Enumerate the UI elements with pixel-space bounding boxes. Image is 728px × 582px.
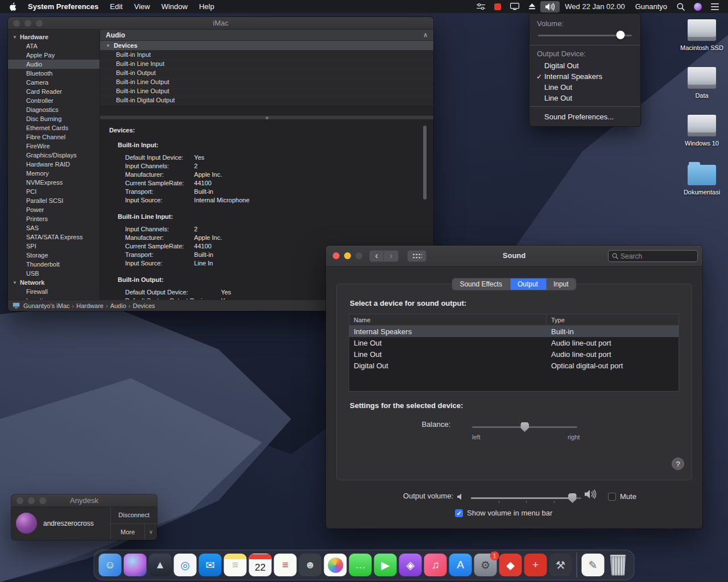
sidebar-item-firewall[interactable]: Firewall [8,287,100,296]
column-header-name[interactable]: Name [349,314,547,325]
sysinfo-titlebar[interactable]: iMac [8,17,433,30]
system-preferences-icon[interactable]: ⚙1 [474,554,497,576]
trash-icon[interactable] [607,554,630,576]
siri-menu-extra[interactable] [689,1,706,13]
volume-device-item-line-out[interactable]: Line Out [530,82,640,93]
more-button[interactable]: More [111,524,144,541]
back-button[interactable]: ‹ [369,250,384,262]
close-button[interactable] [13,20,20,27]
desktop-icon-dokumentasi[interactable]: Dokumentasi [677,163,726,196]
sidebar-item-thunderbolt[interactable]: Thunderbolt [8,260,100,269]
app-red-1-icon[interactable]: ◆ [499,554,522,576]
balance-slider-knob[interactable] [520,422,529,432]
zoom-button[interactable] [39,497,46,504]
app-red-2-icon[interactable]: + [524,554,547,576]
forward-button[interactable]: › [384,250,399,262]
sidebar-item-firewire[interactable]: FireWire [8,142,100,151]
sidebar-item-bluetooth[interactable]: Bluetooth [8,69,100,78]
sidebar-item-parallel-scsi[interactable]: Parallel SCSI [8,196,100,205]
safari-icon[interactable]: ◎ [174,554,197,576]
splitter-handle[interactable] [100,115,433,120]
sidebar-item-usb[interactable]: USB [8,269,100,278]
output-device-row-digital-out[interactable]: Digital OutOptical digital-out port [349,360,679,371]
mail-icon[interactable]: ✉ [199,554,222,576]
desktop-icon-data[interactable]: Data [677,67,726,99]
volume-device-item-digital-out[interactable]: Digital Out [530,60,640,71]
contacts-icon[interactable]: ☻ [299,554,322,576]
appstore-icon[interactable]: A [449,554,472,576]
display-menu-extra[interactable] [506,1,524,13]
show-volume-checkbox[interactable]: ✓ [455,509,463,517]
apple-menu[interactable] [5,2,20,11]
sidebar-item-hardware-raid[interactable]: Hardware RAID [8,160,100,169]
spotlight-menu-extra[interactable] [672,1,689,13]
podcasts-icon[interactable]: ◈ [399,554,422,576]
tab-output[interactable]: Output [510,278,546,290]
volume-device-item-line-out[interactable]: Line Out [530,93,640,103]
textedit-icon[interactable]: ✎ [582,554,605,576]
menu-bar-user[interactable]: Gunantyo [630,2,672,11]
output-device-row-line-out[interactable]: Line OutAudio line-out port [349,348,679,360]
messages-icon[interactable]: … [349,554,372,576]
sidebar-item-storage[interactable]: Storage [8,251,100,260]
notification-center-menu-extra[interactable] [706,1,723,13]
sidebar-item-graphics-displays[interactable]: Graphics/Displays [8,151,100,160]
photos-icon[interactable] [324,554,347,576]
breadcrumb-item-gunantyo-s-imac[interactable]: Gunantyo's iMac [23,302,70,309]
show-all-button[interactable] [407,250,427,262]
devices-tree-root[interactable]: ▼ Devices [100,41,433,51]
reminders-icon[interactable]: ≡ [274,554,297,576]
menu-view[interactable]: View [129,2,156,11]
zoom-button[interactable] [36,20,43,27]
sidebar-item-pci[interactable]: PCI [8,187,100,196]
app-menu[interactable]: System Preferences [22,2,104,11]
breadcrumb-item-audio[interactable]: Audio [110,302,126,309]
sound-toolbar[interactable]: Sound ‹ › [326,246,702,267]
menu-help[interactable]: Help [193,2,220,11]
menu-window[interactable]: Window [156,2,193,11]
sidebar-item-printers[interactable]: Printers [8,214,100,223]
volume-popover-slider-knob[interactable] [617,31,625,39]
desktop-icon-windows-10[interactable]: Windows 10 [677,115,726,147]
search-input[interactable] [621,252,694,260]
eject-menu-extra[interactable] [524,1,540,13]
launchpad-icon[interactable]: ▲ [149,554,172,576]
sidebar-item-card-reader[interactable]: Card Reader [8,87,100,96]
sidebar-item-apple-pay[interactable]: Apple Pay [8,51,100,60]
output-volume-slider[interactable] [471,493,581,503]
chevron-down-icon[interactable]: ∨ [144,524,157,541]
facetime-icon[interactable]: ▶ [374,554,397,576]
sidebar-item-ata[interactable]: ATA [8,41,100,51]
notes-icon[interactable]: ≡ [224,554,247,576]
sidebar-item-controller[interactable]: Controller [8,96,100,105]
sidebar-item-nvmexpress[interactable]: NVMExpress [8,178,100,187]
device-row[interactable]: Built-in Line Input [100,60,433,69]
output-device-row-line-out[interactable]: Line OutAudio line-out port [349,337,679,348]
search-field[interactable] [608,250,698,262]
sidebar-item-spi[interactable]: SPI [8,242,100,251]
sidebar-item-ethernet-cards[interactable]: Ethernet Cards [8,123,100,132]
anydesk-titlebar[interactable]: Anydesk [11,494,157,507]
device-row[interactable]: Built-in Input [100,51,433,60]
help-button[interactable]: ? [672,458,684,470]
menu-edit[interactable]: Edit [104,2,128,11]
red-app-menu-extra[interactable] [490,1,506,13]
volume-device-item-internal-speakers[interactable]: ✓Internal Speakers [530,71,640,82]
scrollbar-thumb[interactable] [423,126,427,199]
balance-slider[interactable] [472,422,577,432]
itunes-icon[interactable]: ♫ [424,554,447,576]
sidebar-section-network[interactable]: ▼Network [8,278,100,287]
breadcrumb-item-devices[interactable]: Devices [133,302,155,309]
sidebar-item-camera[interactable]: Camera [8,78,100,87]
disclosure-open-icon[interactable]: ▼ [106,43,110,48]
sidebar-item-diagnostics[interactable]: Diagnostics [8,105,100,114]
disconnect-button[interactable]: Disconnect [111,507,157,524]
close-button[interactable] [16,497,23,504]
breadcrumb-item-hardware[interactable]: Hardware [76,302,104,309]
sidebar-item-sas[interactable]: SAS [8,223,100,232]
menu-bar-clock[interactable]: Wed 22 Jan 02.00 [560,2,630,11]
minimize-button[interactable] [28,497,35,504]
table-header[interactable]: Name Type [349,314,679,326]
device-row[interactable]: Built-in Line Output [100,87,433,96]
desktop-icon-macintosh-ssd[interactable]: Macintosh SSD [677,19,726,51]
